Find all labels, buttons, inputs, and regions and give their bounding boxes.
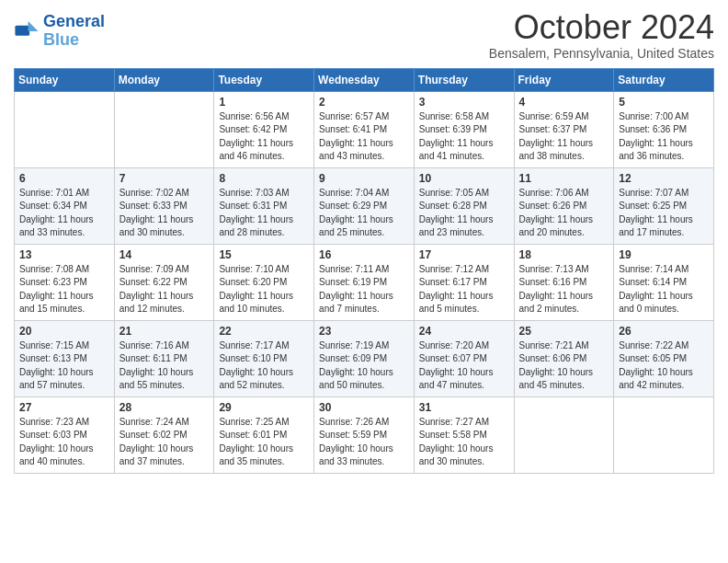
day-info: Sunrise: 7:01 AM Sunset: 6:34 PM Dayligh…: [19, 187, 109, 240]
svg-marker-1: [28, 21, 39, 31]
day-number: 22: [219, 325, 309, 338]
calendar-cell: 8Sunrise: 7:03 AM Sunset: 6:31 PM Daylig…: [214, 167, 314, 244]
title-block: October 2024 Bensalem, Pennsylvania, Uni…: [489, 9, 714, 61]
day-number: 20: [19, 325, 109, 338]
calendar-cell: 25Sunrise: 7:21 AM Sunset: 6:06 PM Dayli…: [514, 320, 614, 396]
day-number: 17: [419, 248, 509, 261]
day-number: 25: [519, 325, 609, 338]
day-info: Sunrise: 7:07 AM Sunset: 6:25 PM Dayligh…: [619, 187, 709, 240]
day-info: Sunrise: 6:58 AM Sunset: 6:39 PM Dayligh…: [419, 110, 509, 164]
day-info: Sunrise: 7:13 AM Sunset: 6:16 PM Dayligh…: [519, 263, 609, 316]
day-info: Sunrise: 7:16 AM Sunset: 6:11 PM Dayligh…: [119, 339, 210, 393]
day-info: Sunrise: 7:19 AM Sunset: 6:09 PM Dayligh…: [319, 339, 409, 393]
day-number: 6: [19, 172, 109, 185]
day-info: Sunrise: 7:23 AM Sunset: 6:03 PM Dayligh…: [19, 416, 109, 469]
weekday-header-wednesday: Wednesday: [314, 68, 415, 91]
week-row-1: 1Sunrise: 6:56 AM Sunset: 6:42 PM Daylig…: [15, 91, 714, 167]
calendar-cell: 6Sunrise: 7:01 AM Sunset: 6:34 PM Daylig…: [15, 167, 115, 244]
day-info: Sunrise: 6:59 AM Sunset: 6:37 PM Dayligh…: [519, 110, 609, 164]
calendar-table: SundayMondayTuesdayWednesdayThursdayFrid…: [14, 68, 714, 474]
day-number: 3: [419, 96, 509, 109]
calendar-cell: 12Sunrise: 7:07 AM Sunset: 6:25 PM Dayli…: [614, 167, 714, 244]
day-number: 21: [119, 325, 210, 338]
day-number: 29: [219, 401, 309, 414]
logo-line1: General: [43, 12, 105, 30]
day-info: Sunrise: 7:10 AM Sunset: 6:20 PM Dayligh…: [219, 263, 309, 316]
day-info: Sunrise: 7:14 AM Sunset: 6:14 PM Dayligh…: [619, 263, 709, 316]
logo-icon: [14, 21, 40, 41]
day-number: 16: [319, 248, 409, 261]
calendar-cell: 23Sunrise: 7:19 AM Sunset: 6:09 PM Dayli…: [314, 320, 415, 396]
day-number: 1: [219, 96, 309, 109]
calendar-cell: 21Sunrise: 7:16 AM Sunset: 6:11 PM Dayli…: [114, 320, 214, 396]
day-number: 26: [619, 325, 709, 338]
calendar-cell: 3Sunrise: 6:58 AM Sunset: 6:39 PM Daylig…: [414, 91, 514, 167]
day-number: 24: [419, 325, 509, 338]
day-info: Sunrise: 7:03 AM Sunset: 6:31 PM Dayligh…: [219, 187, 309, 240]
calendar-cell: 13Sunrise: 7:08 AM Sunset: 6:23 PM Dayli…: [15, 244, 115, 320]
calendar-cell: 7Sunrise: 7:02 AM Sunset: 6:33 PM Daylig…: [114, 167, 214, 244]
calendar-cell: 29Sunrise: 7:25 AM Sunset: 6:01 PM Dayli…: [214, 396, 314, 473]
calendar-cell: 15Sunrise: 7:10 AM Sunset: 6:20 PM Dayli…: [214, 244, 314, 320]
day-number: 19: [619, 248, 709, 261]
calendar-cell: 2Sunrise: 6:57 AM Sunset: 6:41 PM Daylig…: [314, 91, 415, 167]
location-subtitle: Bensalem, Pennsylvania, United States: [489, 46, 714, 61]
weekday-header-thursday: Thursday: [414, 68, 514, 91]
week-row-4: 20Sunrise: 7:15 AM Sunset: 6:13 PM Dayli…: [15, 320, 714, 396]
day-info: Sunrise: 6:57 AM Sunset: 6:41 PM Dayligh…: [319, 110, 409, 164]
calendar-cell: 5Sunrise: 7:00 AM Sunset: 6:36 PM Daylig…: [614, 91, 714, 167]
calendar-cell: 4Sunrise: 6:59 AM Sunset: 6:37 PM Daylig…: [514, 91, 614, 167]
calendar-cell: 27Sunrise: 7:23 AM Sunset: 6:03 PM Dayli…: [15, 396, 115, 473]
day-number: 28: [119, 401, 210, 414]
day-number: 12: [619, 172, 709, 185]
week-row-5: 27Sunrise: 7:23 AM Sunset: 6:03 PM Dayli…: [15, 396, 714, 473]
calendar-cell: [514, 396, 614, 473]
day-number: 30: [319, 401, 409, 414]
day-info: Sunrise: 7:04 AM Sunset: 6:29 PM Dayligh…: [319, 187, 409, 240]
calendar-cell: [15, 91, 115, 167]
weekday-header-sunday: Sunday: [15, 68, 115, 91]
day-number: 10: [419, 172, 509, 185]
day-info: Sunrise: 7:02 AM Sunset: 6:33 PM Dayligh…: [119, 187, 210, 240]
day-number: 9: [319, 172, 409, 185]
day-info: Sunrise: 7:00 AM Sunset: 6:36 PM Dayligh…: [619, 110, 709, 164]
calendar-cell: 10Sunrise: 7:05 AM Sunset: 6:28 PM Dayli…: [414, 167, 514, 244]
day-info: Sunrise: 7:25 AM Sunset: 6:01 PM Dayligh…: [219, 416, 309, 469]
month-title: October 2024: [489, 9, 714, 46]
calendar-cell: 30Sunrise: 7:26 AM Sunset: 5:59 PM Dayli…: [314, 396, 415, 473]
day-number: 14: [119, 248, 210, 261]
calendar-cell: 20Sunrise: 7:15 AM Sunset: 6:13 PM Dayli…: [15, 320, 115, 396]
day-number: 27: [19, 401, 109, 414]
day-number: 8: [219, 172, 309, 185]
day-info: Sunrise: 7:21 AM Sunset: 6:06 PM Dayligh…: [519, 339, 609, 393]
weekday-header-saturday: Saturday: [614, 68, 714, 91]
weekday-header-friday: Friday: [514, 68, 614, 91]
day-number: 31: [419, 401, 509, 414]
day-info: Sunrise: 7:08 AM Sunset: 6:23 PM Dayligh…: [19, 263, 109, 316]
calendar-cell: 26Sunrise: 7:22 AM Sunset: 6:05 PM Dayli…: [614, 320, 714, 396]
weekday-header-tuesday: Tuesday: [214, 68, 314, 91]
week-row-3: 13Sunrise: 7:08 AM Sunset: 6:23 PM Dayli…: [15, 244, 714, 320]
day-number: 23: [319, 325, 409, 338]
calendar-cell: 11Sunrise: 7:06 AM Sunset: 6:26 PM Dayli…: [514, 167, 614, 244]
day-number: 4: [519, 96, 609, 109]
day-info: Sunrise: 6:56 AM Sunset: 6:42 PM Dayligh…: [219, 110, 309, 164]
svg-rect-0: [15, 26, 29, 36]
day-info: Sunrise: 7:22 AM Sunset: 6:05 PM Dayligh…: [619, 339, 709, 393]
calendar-cell: 24Sunrise: 7:20 AM Sunset: 6:07 PM Dayli…: [414, 320, 514, 396]
day-info: Sunrise: 7:05 AM Sunset: 6:28 PM Dayligh…: [419, 187, 509, 240]
weekday-header-row: SundayMondayTuesdayWednesdayThursdayFrid…: [15, 68, 714, 91]
day-info: Sunrise: 7:27 AM Sunset: 5:58 PM Dayligh…: [419, 416, 509, 469]
calendar-cell: 18Sunrise: 7:13 AM Sunset: 6:16 PM Dayli…: [514, 244, 614, 320]
calendar-cell: 9Sunrise: 7:04 AM Sunset: 6:29 PM Daylig…: [314, 167, 415, 244]
calendar-cell: 31Sunrise: 7:27 AM Sunset: 5:58 PM Dayli…: [414, 396, 514, 473]
day-number: 15: [219, 248, 309, 261]
day-number: 5: [619, 96, 709, 109]
day-info: Sunrise: 7:20 AM Sunset: 6:07 PM Dayligh…: [419, 339, 509, 393]
day-number: 7: [119, 172, 210, 185]
calendar-cell: [614, 396, 714, 473]
calendar-cell: 22Sunrise: 7:17 AM Sunset: 6:10 PM Dayli…: [214, 320, 314, 396]
day-number: 11: [519, 172, 609, 185]
weekday-header-monday: Monday: [114, 68, 214, 91]
day-info: Sunrise: 7:09 AM Sunset: 6:22 PM Dayligh…: [119, 263, 210, 316]
